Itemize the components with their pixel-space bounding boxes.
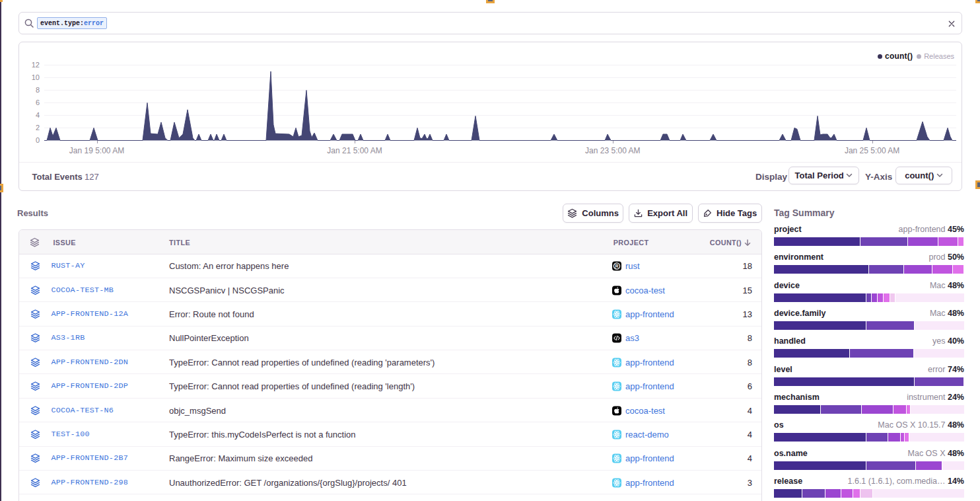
svg-text:R: R <box>615 264 618 268</box>
